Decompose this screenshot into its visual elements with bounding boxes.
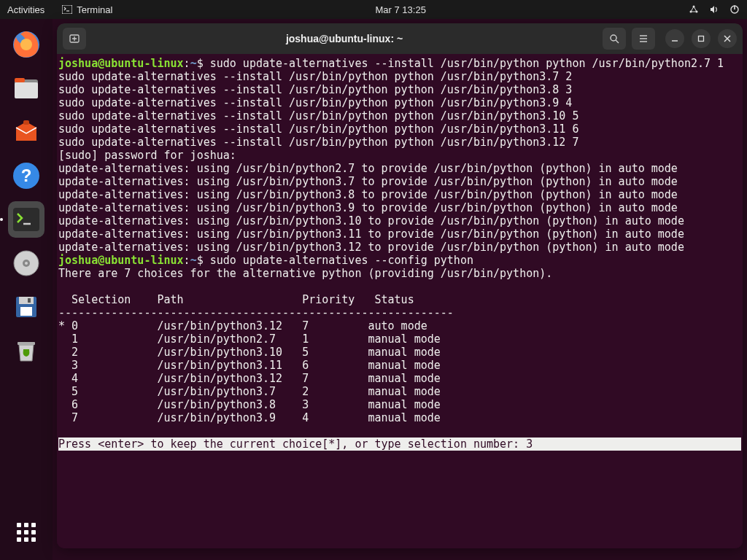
terminal-window: joshua@ubuntu-linux: ~ joshua@ubuntu-lin… — [57, 23, 743, 548]
svg-line-30 — [616, 40, 619, 43]
output-line: update-alternatives: using /usr/bin/pyth… — [58, 201, 678, 214]
terminal-viewport[interactable]: joshua@ubuntu-linux:~$ sudo update-alter… — [57, 54, 743, 548]
clock[interactable]: Mar 7 13:25 — [376, 4, 426, 15]
window-titlebar: joshua@ubuntu-linux: ~ — [57, 23, 743, 54]
table-divider: ----------------------------------------… — [58, 306, 454, 319]
output-line: sudo update-alternatives --install /usr/… — [58, 83, 572, 96]
input-prompt-line[interactable]: Press <enter> to keep the current choice… — [58, 438, 741, 451]
table-row: 6 /usr/bin/python3.8 3 manual mode — [58, 398, 441, 411]
dock-terminal-icon[interactable] — [8, 201, 44, 238]
svg-point-29 — [611, 35, 616, 41]
gnome-topbar: Activities Terminal Mar 7 13:25 — [0, 0, 747, 19]
dock-save-icon[interactable] — [8, 289, 44, 325]
table-row: 2 /usr/bin/python3.10 5 manual mode — [58, 346, 441, 359]
svg-rect-11 — [15, 78, 25, 82]
dock-software-icon[interactable] — [8, 114, 44, 150]
output-line: sudo update-alternatives --install /usr/… — [58, 136, 578, 149]
close-button[interactable] — [718, 29, 737, 48]
power-icon[interactable] — [729, 4, 740, 15]
window-title: joshua@ubuntu-linux: ~ — [92, 33, 597, 44]
svg-rect-15 — [13, 208, 39, 231]
svg-point-8 — [20, 39, 32, 50]
table-row: 7 /usr/bin/python3.9 4 manual mode — [58, 411, 441, 424]
prompt-line: joshua@ubuntu-linux:~$ — [58, 57, 204, 70]
svg-text:?: ? — [21, 166, 32, 185]
command-text: sudo update-alternatives --config python — [204, 254, 473, 267]
svg-rect-22 — [19, 297, 34, 304]
output-line: update-alternatives: using /usr/bin/pyth… — [58, 214, 684, 228]
show-apps-button[interactable] — [12, 518, 41, 547]
dock-files-icon[interactable] — [8, 70, 44, 106]
prompt-line: joshua@ubuntu-linux:~$ — [58, 254, 204, 267]
table-row: 1 /usr/bin/python2.7 1 manual mode — [58, 332, 441, 346]
svg-rect-10 — [15, 82, 38, 98]
volume-icon[interactable] — [709, 4, 719, 15]
table-row: * 0 /usr/bin/python3.12 7 auto mode — [58, 319, 427, 332]
output-line: There are 7 choices for the alternative … — [58, 267, 552, 280]
svg-rect-25 — [18, 342, 35, 345]
output-line: update-alternatives: using /usr/bin/pyth… — [58, 175, 678, 188]
svg-point-20 — [25, 262, 28, 265]
dock-trash-icon[interactable] — [8, 332, 44, 369]
svg-rect-24 — [28, 298, 31, 303]
output-line: update-alternatives: using /usr/bin/pyth… — [58, 241, 684, 254]
terminal-app-icon — [62, 4, 72, 15]
table-row: 3 /usr/bin/python3.11 6 manual mode — [58, 359, 441, 372]
dock-help-icon[interactable]: ? — [8, 158, 44, 194]
output-line: [sudo] password for joshua: — [58, 149, 236, 162]
table-header: Selection Path Priority Status — [58, 293, 414, 306]
dock-firefox-icon[interactable] — [8, 26, 44, 63]
output-line: update-alternatives: using /usr/bin/pyth… — [58, 162, 678, 175]
table-row: 4 /usr/bin/python3.12 7 manual mode — [58, 372, 441, 385]
network-icon[interactable] — [689, 4, 699, 15]
output-line: sudo update-alternatives --install /usr/… — [58, 96, 572, 109]
activities-button[interactable]: Activities — [7, 4, 44, 15]
new-tab-button[interactable] — [63, 28, 86, 50]
menu-button[interactable] — [632, 28, 655, 50]
output-line: sudo update-alternatives --install /usr/… — [58, 70, 572, 83]
output-line: sudo update-alternatives --install /usr/… — [58, 122, 578, 136]
dock: ? — [0, 19, 53, 560]
svg-rect-12 — [23, 120, 29, 125]
output-line: update-alternatives: using /usr/bin/pyth… — [58, 188, 678, 201]
search-button[interactable] — [603, 28, 626, 50]
svg-rect-23 — [20, 307, 32, 316]
output-line: sudo update-alternatives --install /usr/… — [58, 109, 578, 122]
svg-rect-35 — [699, 36, 704, 42]
output-line: update-alternatives: using /usr/bin/pyth… — [58, 228, 684, 241]
table-row: 5 /usr/bin/python3.7 2 manual mode — [58, 385, 441, 398]
focused-app-name: Terminal — [77, 4, 112, 15]
focused-app-indicator[interactable]: Terminal — [62, 4, 112, 15]
svg-rect-0 — [62, 5, 72, 14]
minimize-button[interactable] — [665, 29, 684, 48]
command-text: sudo update-alternatives --install /usr/… — [204, 57, 724, 70]
maximize-button[interactable] — [692, 29, 711, 48]
dock-disks-icon[interactable] — [8, 245, 44, 281]
